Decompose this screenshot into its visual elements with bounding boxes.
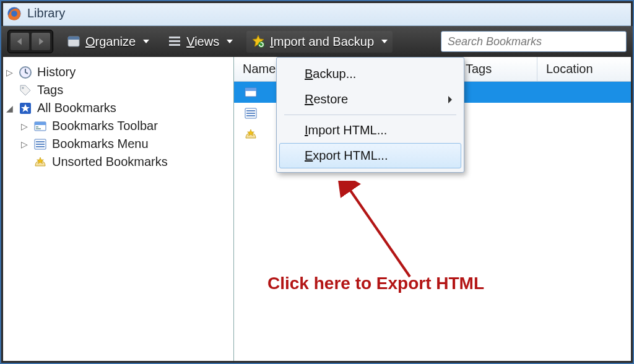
import-backup-button[interactable]: Import and Backup [246,31,393,53]
clock-icon [19,66,32,79]
views-button[interactable]: Views [163,31,238,53]
import-backup-menu: Backup... Restore Import HTML... Export … [276,57,464,173]
column-location[interactable]: Location [537,57,633,81]
svg-rect-4 [169,37,180,38]
menu-item-backup[interactable]: Backup... [279,61,461,87]
menu-item-import-html[interactable]: Import HTML... [279,118,461,143]
sidebar-item-all-bookmarks[interactable]: ◢ All Bookmarks [1,99,233,117]
tag-icon [19,84,32,97]
twisty-closed-icon[interactable]: ▷ [20,139,28,149]
sidebar-item-label: Unsorted Bookmarks [52,155,168,169]
chevron-down-icon [227,40,233,43]
organize-button[interactable]: Organize [62,31,154,53]
toolbar-icon [244,85,258,99]
menu-separator [284,115,456,115]
views-icon [168,35,181,48]
back-button[interactable] [10,32,30,51]
svg-point-10 [22,87,24,89]
svg-rect-19 [36,144,45,145]
svg-rect-25 [246,110,255,111]
svg-rect-16 [36,128,41,129]
twisty-closed-icon[interactable]: ▷ [5,67,14,77]
sidebar-item-bookmarks-menu[interactable]: ▷ Bookmarks Menu [1,135,233,153]
twisty-open-icon[interactable]: ◢ [5,103,14,113]
sidebar-item-history[interactable]: ▷ History [1,63,233,81]
svg-point-1 [11,11,17,17]
column-tags[interactable]: Tags [457,57,537,81]
forward-button[interactable] [31,32,51,51]
sidebar[interactable]: ▷ History Tags ◢ All Bookmarks [1,57,234,363]
window-title: Library [27,6,65,20]
unsorted-icon [244,128,258,141]
sidebar-item-tags[interactable]: Tags [1,81,233,99]
annotation-arrow-icon [336,181,422,286]
svg-line-29 [348,187,410,277]
sidebar-item-label: Bookmarks Toolbar [52,119,158,133]
svg-rect-23 [245,88,256,91]
sidebar-item-label: Tags [37,83,63,97]
firefox-icon [6,6,22,22]
search-input[interactable] [441,31,627,52]
organize-label: Organize [85,35,136,49]
svg-rect-3 [68,37,79,40]
chevron-down-icon [143,40,149,43]
menu-item-restore[interactable]: Restore [279,87,461,112]
menu-item-export-html[interactable]: Export HTML... [279,143,461,168]
svg-rect-15 [36,126,38,128]
submenu-arrow-icon [448,96,452,103]
views-label: Views [186,35,219,49]
twisty-closed-icon[interactable]: ▷ [20,121,28,131]
import-backup-label: Import and Backup [270,35,374,49]
toolbar-icon [33,119,47,133]
svg-rect-26 [246,113,255,114]
svg-rect-14 [35,122,46,125]
menu-icon [33,137,47,151]
svg-rect-27 [246,115,255,116]
titlebar: Library [1,1,633,26]
svg-rect-6 [169,44,180,46]
chevron-down-icon [381,40,388,43]
annotation-text: Click here to Export HTML [267,274,484,293]
toolbar: Organize Views Import and Backup [1,26,633,57]
sidebar-item-unsorted-bookmarks[interactable]: Unsorted Bookmarks [1,153,233,171]
star-refresh-icon [251,35,265,48]
star-icon [19,102,32,115]
sidebar-item-label: Bookmarks Menu [52,137,149,151]
svg-rect-5 [169,40,180,42]
svg-rect-18 [36,141,45,142]
organize-icon [67,35,80,48]
svg-rect-20 [36,146,45,147]
nav-buttons [7,30,53,53]
sidebar-item-label: History [37,65,76,79]
library-window: Library Organize Views [0,0,634,364]
unsorted-icon [33,155,47,169]
menu-icon [244,106,258,120]
sidebar-item-label: All Bookmarks [37,101,116,115]
sidebar-item-bookmarks-toolbar[interactable]: ▷ Bookmarks Toolbar [1,117,233,135]
